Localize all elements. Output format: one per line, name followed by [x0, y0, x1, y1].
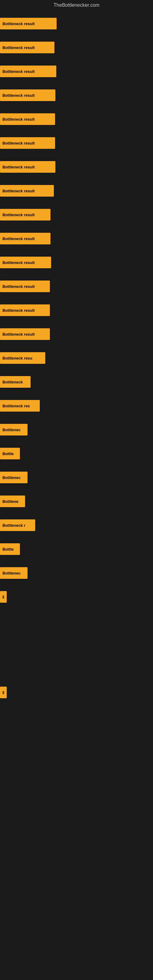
- bar-row-9: Bottleneck result: [0, 203, 153, 227]
- bottleneck-bar-18[interactable]: Bottlenec: [0, 424, 27, 436]
- bar-row-10: Bottleneck result: [0, 227, 153, 250]
- bars-container: Bottleneck resultBottleneck resultBottle…: [0, 12, 153, 872]
- bottleneck-bar-4[interactable]: Bottleneck result: [0, 89, 56, 101]
- bar-label-25: B: [2, 595, 4, 599]
- bar-row-2: Bottleneck result: [0, 35, 153, 59]
- bar-label-1: Bottleneck result: [2, 21, 35, 26]
- bar-label-10: Bottleneck result: [2, 236, 35, 241]
- bar-row-30: [0, 705, 153, 728]
- bottleneck-bar-3[interactable]: Bottleneck result: [0, 65, 56, 77]
- bar-row-12: Bottleneck result: [0, 274, 153, 298]
- bar-label-20: Bottlenec: [2, 475, 21, 480]
- bottleneck-bar-9[interactable]: Bottleneck result: [0, 209, 51, 221]
- bar-label-21: Bottlene: [2, 499, 18, 504]
- bar-label-23: Bottle: [2, 547, 14, 552]
- bar-label-2: Bottleneck result: [2, 45, 35, 50]
- bar-row-27: [0, 633, 153, 657]
- bar-row-20: Bottlenec: [0, 466, 153, 489]
- bottleneck-bar-13[interactable]: Bottleneck result: [0, 304, 50, 316]
- bar-row-21: Bottlene: [0, 489, 153, 513]
- bar-row-11: Bottleneck result: [0, 250, 153, 274]
- bar-row-15: Bottleneck resu: [0, 346, 153, 370]
- bar-label-11: Bottleneck result: [2, 260, 35, 265]
- bar-label-6: Bottleneck result: [2, 141, 35, 145]
- bottleneck-bar-29[interactable]: B: [0, 687, 7, 698]
- bottleneck-bar-10[interactable]: Bottleneck result: [0, 233, 51, 244]
- bar-label-4: Bottleneck result: [2, 93, 35, 98]
- bar-label-24: Bottlenec: [2, 571, 21, 576]
- bottleneck-bar-8[interactable]: Bottleneck result: [0, 185, 54, 197]
- bar-row-34: [0, 800, 153, 824]
- bar-row-16: Bottleneck: [0, 370, 153, 394]
- bar-row-36: [0, 848, 153, 872]
- bar-row-18: Bottlenec: [0, 418, 153, 442]
- bottleneck-bar-22[interactable]: Bottleneck r: [0, 519, 35, 531]
- bar-row-35: [0, 824, 153, 848]
- bar-row-28: [0, 657, 153, 681]
- bar-label-14: Bottleneck result: [2, 332, 35, 337]
- bottleneck-bar-21[interactable]: Bottlene: [0, 495, 25, 507]
- bar-label-17: Bottleneck res: [2, 404, 30, 408]
- bar-label-9: Bottleneck result: [2, 213, 35, 217]
- bar-row-29: B: [0, 681, 153, 705]
- bar-row-14: Bottleneck result: [0, 322, 153, 346]
- bar-row-19: Bottle: [0, 442, 153, 466]
- bar-label-8: Bottleneck result: [2, 189, 35, 193]
- bottleneck-bar-23[interactable]: Bottle: [0, 543, 20, 555]
- bottleneck-bar-16[interactable]: Bottleneck: [0, 376, 30, 388]
- bottleneck-bar-17[interactable]: Bottleneck res: [0, 400, 40, 412]
- bottleneck-bar-2[interactable]: Bottleneck result: [0, 41, 54, 53]
- bottleneck-bar-19[interactable]: Bottle: [0, 448, 20, 460]
- bottleneck-bar-14[interactable]: Bottleneck result: [0, 328, 50, 340]
- bar-row-1: Bottleneck result: [0, 12, 153, 35]
- bar-label-13: Bottleneck result: [2, 308, 35, 313]
- bottleneck-bar-25[interactable]: B: [0, 591, 7, 603]
- bar-label-5: Bottleneck result: [2, 117, 35, 122]
- bar-label-15: Bottleneck resu: [2, 356, 32, 360]
- bar-row-23: Bottle: [0, 537, 153, 561]
- bar-label-29: B: [2, 690, 4, 695]
- bar-row-22: Bottleneck r: [0, 513, 153, 537]
- bar-label-19: Bottle: [2, 452, 14, 456]
- bottleneck-bar-20[interactable]: Bottlenec: [0, 472, 27, 483]
- bottleneck-bar-7[interactable]: Bottleneck result: [0, 161, 56, 173]
- bottleneck-bar-11[interactable]: Bottleneck result: [0, 257, 51, 268]
- bar-row-13: Bottleneck result: [0, 298, 153, 322]
- bar-row-24: Bottlenec: [0, 561, 153, 585]
- bar-label-18: Bottlenec: [2, 428, 21, 432]
- bar-label-7: Bottleneck result: [2, 165, 35, 169]
- bottleneck-bar-24[interactable]: Bottlenec: [0, 567, 27, 579]
- bar-row-33: [0, 776, 153, 800]
- bar-label-3: Bottleneck result: [2, 69, 35, 74]
- bar-label-22: Bottleneck r: [2, 523, 26, 528]
- bottleneck-bar-15[interactable]: Bottleneck resu: [0, 352, 45, 364]
- bottleneck-bar-5[interactable]: Bottleneck result: [0, 113, 55, 125]
- bar-row-25: B: [0, 585, 153, 609]
- bottleneck-bar-12[interactable]: Bottleneck result: [0, 280, 50, 292]
- bottleneck-bar-1[interactable]: Bottleneck result: [0, 18, 57, 29]
- bar-row-32: [0, 752, 153, 776]
- bar-row-7: Bottleneck result: [0, 155, 153, 179]
- bar-label-16: Bottleneck: [2, 380, 22, 384]
- bottleneck-bar-6[interactable]: Bottleneck result: [0, 137, 55, 149]
- bar-row-8: Bottleneck result: [0, 179, 153, 203]
- bar-row-6: Bottleneck result: [0, 131, 153, 155]
- bar-row-26: [0, 609, 153, 633]
- site-title-container: TheBottlenecker.com: [0, 0, 153, 12]
- bar-label-12: Bottleneck result: [2, 284, 35, 289]
- bar-row-5: Bottleneck result: [0, 107, 153, 131]
- bar-row-17: Bottleneck res: [0, 394, 153, 418]
- bar-row-31: [0, 728, 153, 752]
- bar-row-4: Bottleneck result: [0, 83, 153, 107]
- site-title: TheBottlenecker.com: [0, 0, 153, 12]
- bar-row-3: Bottleneck result: [0, 59, 153, 83]
